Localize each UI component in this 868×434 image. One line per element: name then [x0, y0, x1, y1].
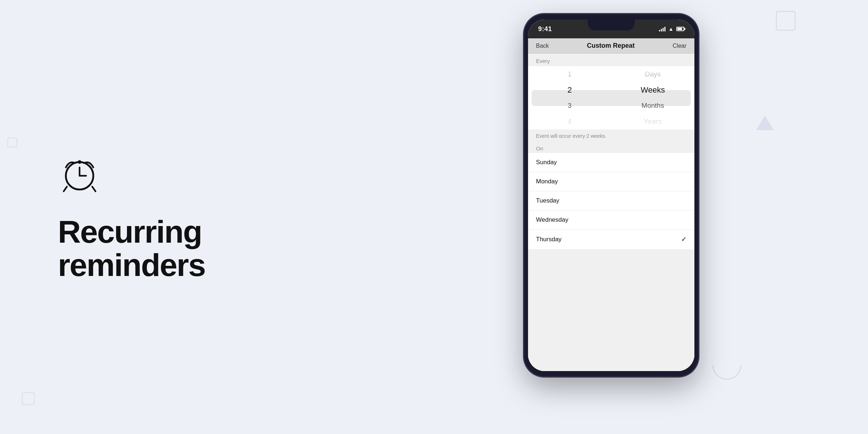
picker-unit-weeks[interactable]: Weeks: [611, 82, 694, 98]
picker-unit-days[interactable]: Days: [611, 66, 694, 82]
battery-fill: [677, 28, 682, 30]
app-scroll: Every 1 2 3 4: [528, 54, 694, 371]
days-list: Sunday Monday Tuesday Wednesday Thur: [528, 153, 694, 249]
day-name-monday: Monday: [536, 178, 558, 185]
back-button[interactable]: Back: [536, 43, 549, 49]
notch: [588, 20, 635, 30]
picker-area[interactable]: 1 2 3 4 Days Weeks Months Years: [528, 66, 694, 129]
signal-bar-2: [661, 29, 662, 31]
app-nav: Back Custom Repeat Clear: [528, 38, 694, 54]
picker-number-1[interactable]: 1: [528, 66, 611, 82]
right-panel: 9:41 ▲ Back: [354, 0, 868, 434]
day-name-tuesday: Tuesday: [536, 197, 559, 204]
occurrence-info: Event will occur every 2 weeks.: [528, 129, 694, 142]
page-title: Recurring reminders: [58, 215, 354, 282]
status-time: 9:41: [538, 25, 552, 33]
svg-point-5: [78, 160, 81, 164]
day-name-thursday: Thursday: [536, 236, 562, 243]
alarm-svg: [58, 152, 101, 196]
every-section-label: Every: [528, 54, 694, 66]
signal-bar-1: [659, 30, 660, 31]
alarm-clock-icon: [58, 152, 101, 197]
clear-button[interactable]: Clear: [673, 43, 686, 49]
day-row-monday[interactable]: Monday: [528, 172, 694, 191]
day-row-wednesday[interactable]: Wednesday: [528, 210, 694, 230]
signal-bars-icon: [659, 26, 665, 31]
phone-frame: 9:41 ▲ Back: [524, 14, 698, 376]
svg-line-4: [92, 187, 95, 191]
picker-number-4[interactable]: 4: [528, 114, 611, 129]
signal-bar-4: [664, 27, 665, 31]
picker-number-3[interactable]: 3: [528, 98, 611, 114]
day-row-tuesday[interactable]: Tuesday: [528, 191, 694, 210]
nav-title: Custom Repeat: [587, 42, 635, 50]
wifi-icon: ▲: [668, 26, 673, 32]
day-row-thursday[interactable]: Thursday ✓: [528, 230, 694, 249]
picker-number-column[interactable]: 1 2 3 4: [528, 66, 611, 129]
status-icons: ▲: [659, 26, 684, 32]
signal-bar-3: [663, 28, 664, 31]
picker-unit-years[interactable]: Years: [611, 114, 694, 129]
phone-screen: 9:41 ▲ Back: [528, 20, 694, 371]
battery-icon: [676, 27, 684, 31]
thursday-checkmark: ✓: [681, 235, 686, 243]
day-name-wednesday: Wednesday: [536, 216, 568, 224]
picker-number-2[interactable]: 2: [528, 82, 611, 98]
svg-line-3: [64, 187, 67, 191]
app-content: Back Custom Repeat Clear Every 1: [528, 38, 694, 371]
picker-unit-months[interactable]: Months: [611, 98, 694, 114]
day-row-sunday[interactable]: Sunday: [528, 153, 694, 172]
picker-unit-column[interactable]: Days Weeks Months Years: [611, 66, 694, 129]
on-section-label: On: [528, 142, 694, 153]
day-name-sunday: Sunday: [536, 159, 557, 166]
left-panel: Recurring reminders: [0, 0, 354, 434]
